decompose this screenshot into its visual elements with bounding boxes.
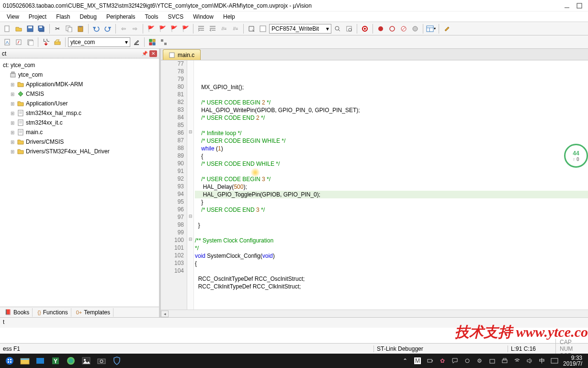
nav-fwd-button[interactable]: ⇨ <box>130 23 140 34</box>
copy-button[interactable] <box>64 23 74 34</box>
undo-button[interactable] <box>91 23 102 34</box>
tree-item[interactable]: ⊞stm32f4xx_hal_msp.c <box>1 108 158 118</box>
tree-item[interactable]: ytce_com <box>1 70 158 80</box>
panel-tab-functions[interactable]: {}Functions <box>34 308 71 317</box>
rebuild-button[interactable] <box>25 37 35 47</box>
comment-button[interactable]: //≡ <box>219 23 229 34</box>
tray-battery-icon[interactable] <box>426 357 434 365</box>
tray-gear-icon[interactable]: ⚙ <box>476 357 484 365</box>
taskbar-camera-icon[interactable] <box>94 354 109 368</box>
start-button[interactable] <box>2 354 17 368</box>
redo-button[interactable] <box>102 23 113 34</box>
bookmark-clear-button[interactable]: 🚩 <box>180 23 191 34</box>
unindent-button[interactable] <box>207 23 218 34</box>
build-button[interactable] <box>13 37 24 47</box>
toolbar-separator <box>144 37 145 47</box>
save-all-button[interactable] <box>36 23 47 34</box>
tab-icon: 0+ <box>76 310 82 315</box>
panel-close-button[interactable]: ✕ <box>149 50 157 57</box>
tree-item[interactable]: ⊞Drivers/CMSIS <box>1 137 158 147</box>
taskbar-browser-icon[interactable] <box>63 354 79 368</box>
pin-button[interactable]: 📌 <box>141 50 148 57</box>
svg-point-54 <box>6 357 13 365</box>
find-in-files-button[interactable] <box>344 23 354 34</box>
tray-up-icon[interactable]: ⌃ <box>401 357 409 365</box>
download-button[interactable]: LOAD <box>41 37 51 47</box>
translate-button[interactable] <box>2 37 12 47</box>
bookmark-next-button[interactable]: 🚩 <box>169 23 179 34</box>
tree-item[interactable]: ⊞CMSIS <box>1 89 158 99</box>
find-combo[interactable]: PCF8574_WriteBit ▾ <box>269 24 331 34</box>
tray-flower-icon[interactable]: ✿ <box>439 357 446 365</box>
output-tab-label[interactable]: t <box>3 319 4 325</box>
project-tree[interactable]: ct: ytce_com ytce_com⊞Application/MDK-AR… <box>0 58 159 307</box>
bp-disable-button[interactable] <box>398 23 409 34</box>
bp-kill-button[interactable] <box>410 23 420 34</box>
new-button[interactable] <box>2 23 12 34</box>
options-button[interactable] <box>131 37 142 47</box>
tree-item[interactable]: ⊞Application/User <box>1 99 158 108</box>
open-button[interactable] <box>13 23 24 34</box>
taskbar-app2-icon[interactable]: Y <box>48 354 63 368</box>
system-clock[interactable]: 9:33 2019/7/ <box>563 355 582 367</box>
menu-flash[interactable]: Flash <box>51 12 75 21</box>
tray-keyboard-icon[interactable] <box>551 357 558 365</box>
cut-button[interactable]: ✂ <box>52 23 63 34</box>
tree-item[interactable]: ⊞main.c <box>1 127 158 137</box>
pack-button[interactable] <box>158 37 169 47</box>
project-root[interactable]: ct: ytce_com <box>1 60 158 70</box>
menu-project[interactable]: Project <box>24 12 51 21</box>
find2-button[interactable] <box>258 23 268 34</box>
taskbar-explorer-icon[interactable] <box>17 354 33 368</box>
tray-m-icon[interactable]: M <box>414 357 421 365</box>
tree-item[interactable]: ⊞Application/MDK-ARM <box>1 80 158 89</box>
code-editor[interactable]: 7778798081828384858687888990919293949596… <box>161 60 588 310</box>
tray-chat-icon[interactable] <box>451 357 459 365</box>
menu-debug[interactable]: Debug <box>75 12 102 21</box>
indent-button[interactable] <box>196 23 206 34</box>
menu-help[interactable]: Help <box>218 12 240 21</box>
tray-safe-icon[interactable] <box>488 357 496 365</box>
manage-rte-button[interactable] <box>147 37 158 47</box>
paste-button[interactable] <box>75 23 86 34</box>
menu-peripherals[interactable]: Peripherals <box>102 12 140 21</box>
tray-sync-icon[interactable] <box>464 357 471 365</box>
taskbar-image-icon[interactable] <box>79 354 94 368</box>
tray-ime-icon[interactable]: 中 <box>538 357 546 365</box>
menu-view[interactable]: View <box>2 12 24 21</box>
find-button[interactable] <box>246 23 257 34</box>
menu-svcs[interactable]: SVCS <box>163 12 189 21</box>
target-select[interactable]: ytce_com ▾ <box>68 37 130 47</box>
menu-window[interactable]: Window <box>188 12 218 21</box>
save-button[interactable] <box>25 23 35 34</box>
code-lines[interactable]: MX_GPIO_Init(); /* USER CODE BEGIN 2 */ … <box>194 60 588 310</box>
menu-tools[interactable]: Tools <box>140 12 163 21</box>
bp-enable-button[interactable] <box>387 23 397 34</box>
maximize-button[interactable] <box>577 3 582 9</box>
tab-icon: {} <box>37 310 41 315</box>
tray-printer-icon[interactable] <box>501 357 509 365</box>
bookmark-prev-button[interactable]: 🚩 <box>157 23 168 34</box>
batch-build-button[interactable] <box>52 37 63 47</box>
panel-tab-books[interactable]: 📕Books <box>2 308 33 317</box>
window-layout-button[interactable]: ▾ <box>426 23 436 34</box>
minimize-button[interactable] <box>564 3 570 9</box>
bp-insert-button[interactable] <box>375 23 386 34</box>
svg-point-22 <box>413 26 418 31</box>
configure-button[interactable] <box>441 23 452 34</box>
fold-gutter[interactable]: ⊟⊟⊟ <box>187 60 194 310</box>
tray-volume-icon[interactable] <box>526 357 533 365</box>
uncomment-button[interactable]: //≡ <box>230 23 241 34</box>
nav-back-button[interactable]: ⇦ <box>118 23 129 34</box>
taskbar-app1-icon[interactable] <box>33 354 48 368</box>
debug-button[interactable] <box>360 23 370 34</box>
find-next-button[interactable] <box>332 23 343 34</box>
tray-wifi-icon[interactable] <box>513 357 521 365</box>
taskbar-shield-icon[interactable] <box>109 354 124 368</box>
file-tab-main-c[interactable]: main.c <box>163 49 201 60</box>
bookmark-button[interactable]: 🚩 <box>146 23 156 34</box>
horizontal-scrollbar[interactable]: ◂ <box>161 310 588 317</box>
tree-item[interactable]: ⊞Drivers/STM32F4xx_HAL_Driver <box>1 147 158 156</box>
panel-tab-templates[interactable]: 0+Templates <box>73 308 113 317</box>
tree-item[interactable]: ⊞stm32f4xx_it.c <box>1 118 158 127</box>
